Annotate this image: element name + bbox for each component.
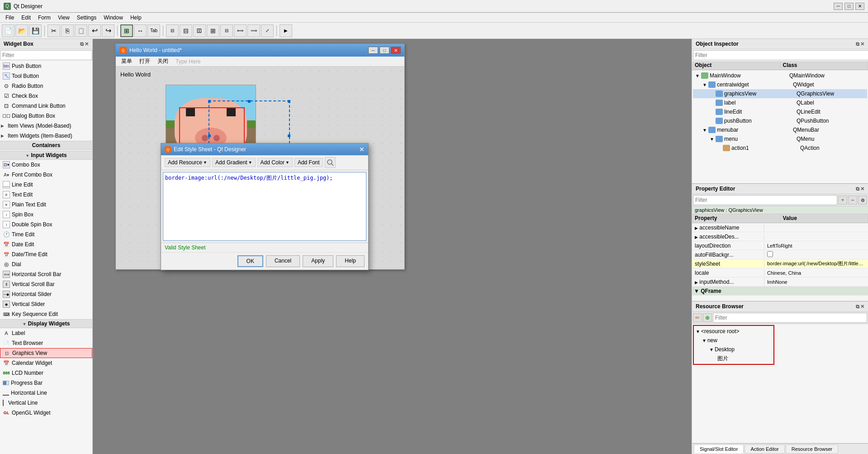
tree-row-pushbutton[interactable]: pushButton QPushButton [693,116,867,125]
widget-time-edit[interactable]: 🕐 Time Edit [0,229,92,239]
apply-button[interactable]: Apply [303,255,333,267]
tree-row-centralwidget[interactable]: ▼ centralwidget QWidget [693,80,867,89]
res-row-images[interactable]: 图片 [695,354,773,363]
prop-add-btn[interactable]: + [838,196,847,205]
qt-minimize-btn[interactable]: ─ [368,47,378,54]
res-row-root[interactable]: ▼ <resource root> [695,327,773,336]
res-browser-close[interactable]: ✕ [860,304,864,310]
res-root-expand[interactable]: ▼ [696,329,700,334]
toolbar-copy[interactable]: ⎘ [61,24,74,37]
qt-menu-item-1[interactable]: 菜单 [118,57,136,66]
search-button[interactable] [325,157,336,168]
qt-maximize-btn[interactable]: □ [379,47,389,54]
widget-radio-button[interactable]: ⊙ Radio Button [0,81,92,91]
toolbar-redo[interactable]: ↪ [102,24,114,37]
widget-plain-text-edit[interactable]: ≡ Plain Text Edit [0,200,92,210]
handle-mr[interactable] [288,134,290,137]
menu-view[interactable]: View [54,14,73,22]
prop-config-btn[interactable]: ⚙ [858,196,867,205]
toolbar-break-layout[interactable]: ⊟ [166,24,179,37]
widget-v-slider[interactable]: ◆ Vertical Slider [0,299,92,309]
add-color-button[interactable]: Add Color ▼ [257,158,293,167]
widget-dial[interactable]: ◎ Dial [0,259,92,269]
widget-label[interactable]: A Label [0,328,92,338]
toolbar-undo[interactable]: ↩ [88,24,101,37]
ok-button[interactable]: OK [237,255,263,267]
close-button[interactable]: ✕ [855,3,864,10]
toolbar-widget-editor[interactable]: ⊞ [120,24,133,37]
res-new-expand[interactable]: ▼ [702,338,707,343]
obj-inspector-close[interactable]: ✕ [860,41,864,47]
menu-edit[interactable]: Edit [18,14,34,22]
tab-action-editor[interactable]: Action Editor [745,444,784,454]
widget-h-line[interactable]: Horizontal Line [0,388,92,398]
widget-progress-bar[interactable]: Progress Bar [0,378,92,388]
toolbar-new[interactable]: 📄 [2,24,14,37]
toolbar-tab-order[interactable]: Tab [147,24,160,37]
widget-command-link[interactable]: ⊡ Command Link Button [0,101,92,111]
toolbar-form-layout[interactable]: ⊟ [220,24,233,37]
toolbar-h-layout[interactable]: ⊟ [180,24,192,37]
prop-editor-float[interactable]: ⧉ [856,186,859,192]
item-views-category[interactable]: ▶ Item Views (Model-Based) [0,121,92,131]
add-font-button[interactable]: Add Font [294,158,323,167]
toolbar-splitter-v[interactable]: ⟹ [247,24,260,37]
help-button[interactable]: Help [336,255,365,267]
add-gradient-button[interactable]: Add Gradient ▼ [212,158,256,167]
handle-tr[interactable] [288,100,290,103]
widget-h-slider[interactable]: ─◆ Horizontal Slider [0,289,92,299]
prop-row-accessible-des[interactable]: ▶ accessibleDes... [692,232,868,241]
maximize-button[interactable]: □ [844,3,854,10]
widget-spin-box[interactable]: ↕ Spin Box [0,210,92,220]
tree-row-menubar[interactable]: ▼ menubar QMenuBar [693,125,867,134]
toolbar-open[interactable]: 📂 [15,24,28,37]
handle-ml[interactable] [208,134,211,137]
prop-row-locale[interactable]: locale Chinese, China [692,268,868,277]
toolbar-grid-layout[interactable]: ⊞ [207,24,219,37]
tree-row-action1[interactable]: action1 QAction [693,143,867,153]
widget-dialog-button-box[interactable]: ☐☐ Dialog Button Box [0,111,92,121]
menu-expand[interactable]: ▼ [708,137,716,142]
qt-close-btn[interactable]: ✕ [391,47,401,54]
qt-menu-item-3[interactable]: 关闭 [154,57,172,66]
widget-combo-box[interactable]: ⊡▾ Combo Box [0,160,92,170]
tab-signal-slot-editor[interactable]: Signal/Slot Editor [694,444,744,453]
tree-row-label[interactable]: label QLabel [693,98,867,107]
item-widgets-category[interactable]: ▶ Item Widgets (Item-Based) [0,131,92,141]
widget-box-float[interactable]: ⧉ [80,41,84,47]
tree-row-graphicsview[interactable]: graphicsView QGraphicsView [693,89,867,98]
res-desktop-expand[interactable]: ▼ [709,347,714,352]
property-filter-input[interactable] [693,195,837,205]
res-browser-float[interactable]: ⧉ [856,304,859,310]
object-inspector-filter[interactable] [693,50,868,60]
widget-check-box[interactable]: ☑ Check Box [0,91,92,101]
handle-tc[interactable] [248,100,251,103]
res-add-btn[interactable]: ⊕ [703,313,712,322]
prop-remove-btn[interactable]: − [848,196,857,205]
mainwindow-expand[interactable]: ▼ [694,73,701,78]
toolbar-v-layout[interactable]: ⊟ [193,24,206,37]
cancel-button[interactable]: Cancel [266,255,300,267]
widget-tool-button[interactable]: 🔧 Tool Button [0,71,92,81]
toolbar-cut[interactable]: ✂ [47,24,60,37]
resource-browser-filter[interactable] [713,313,867,323]
widget-text-edit[interactable]: ≡ Text Edit [0,190,92,200]
toolbar-signal-slot[interactable]: ↔ [134,24,147,37]
widget-datetime-edit[interactable]: 📅 Date/Time Edit [0,249,92,259]
widget-line-edit[interactable]: ___ Line Edit [0,180,92,190]
style-sheet-input[interactable]: border-image:url(:/new/Desktop/图片/little… [163,172,366,241]
prop-row-inputmethod[interactable]: ▶ inputMethod... ImhNone [692,277,868,287]
res-edit-btn[interactable]: ✏ [693,313,702,322]
widget-text-browser[interactable]: 📄 Text Browser [0,338,92,348]
widget-lcd-number[interactable]: 888 LCD Number [0,368,92,378]
obj-inspector-float[interactable]: ⧉ [856,41,859,47]
handle-tl[interactable] [208,100,211,103]
tree-row-lineedit[interactable]: lineEdit QLineEdit [693,107,867,116]
widget-font-combo-box[interactable]: A▾ Font Combo Box [0,170,92,180]
widget-h-scroll-bar[interactable]: ⟺ Horizontal Scroll Bar [0,269,92,279]
prop-row-layout-dir[interactable]: layoutDirection LeftToRight [692,241,868,250]
toolbar-splitter-h[interactable]: ⟺ [234,24,247,37]
qt-menu-item-2[interactable]: 打开 [136,57,154,66]
widget-v-scroll-bar[interactable]: ⇕ Vertical Scroll Bar [0,279,92,289]
widget-v-line[interactable]: Vertical Line [0,398,92,408]
